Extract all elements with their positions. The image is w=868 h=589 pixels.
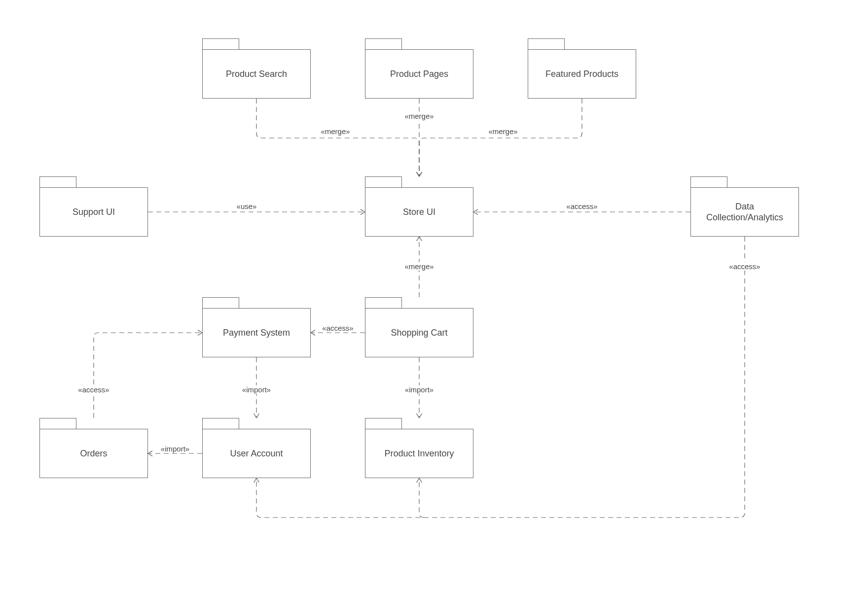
arrowhead-icon xyxy=(417,172,422,176)
arrowhead-icon xyxy=(417,414,422,418)
package-label: Product Inventory xyxy=(365,429,473,478)
package-tab-icon xyxy=(202,297,239,308)
package-analytics[interactable]: Data Collection/Analytics xyxy=(690,187,799,237)
edge-label: «merge» xyxy=(320,127,351,136)
package-tab-icon xyxy=(39,176,76,187)
edge-label: «import» xyxy=(160,445,190,453)
package-label: Data Collection/Analytics xyxy=(690,187,799,237)
edge-label: «merge» xyxy=(403,262,434,271)
package-cart[interactable]: Shopping Cart xyxy=(365,308,473,357)
package-label: Payment System xyxy=(202,308,311,357)
edge-e12 xyxy=(256,237,745,518)
package-tab-icon xyxy=(365,418,402,429)
package-label: User Account xyxy=(202,429,311,478)
edge-label: «use» xyxy=(236,202,258,210)
arrowhead-icon xyxy=(361,209,365,215)
package-orders[interactable]: Orders xyxy=(39,429,148,478)
package-user-account[interactable]: User Account xyxy=(202,429,311,478)
edge-label: «access» xyxy=(565,202,598,210)
edge-e1 xyxy=(256,99,419,176)
package-tab-icon xyxy=(365,176,402,187)
package-tab-icon xyxy=(365,297,402,308)
package-label: Product Search xyxy=(202,49,311,99)
package-featured[interactable]: Featured Products xyxy=(528,49,636,99)
edge-e3 xyxy=(419,99,582,176)
edge-label: «merge» xyxy=(403,112,434,120)
arrowhead-icon xyxy=(311,330,315,336)
arrowhead-icon xyxy=(148,451,152,456)
package-product-search[interactable]: Product Search xyxy=(202,49,311,99)
package-support-ui[interactable]: Support UI xyxy=(39,187,148,237)
package-tab-icon xyxy=(528,38,565,49)
package-label: Featured Products xyxy=(528,49,636,99)
package-label: Shopping Cart xyxy=(365,308,473,357)
package-payment[interactable]: Payment System xyxy=(202,308,311,357)
edge-label: «import» xyxy=(404,385,434,394)
edge-label: «access» xyxy=(728,262,761,271)
package-tab-icon xyxy=(202,38,239,49)
arrowhead-icon xyxy=(254,414,259,418)
package-store-ui[interactable]: Store UI xyxy=(365,187,473,237)
edge-label: «access» xyxy=(321,324,354,332)
diagram-canvas: Product Search Product Pages Featured Pr… xyxy=(0,0,868,589)
package-label: Store UI xyxy=(365,187,473,237)
arrowhead-icon xyxy=(198,330,202,336)
arrowhead-icon xyxy=(417,172,422,176)
edge-e13 xyxy=(419,478,424,518)
arrowhead-icon xyxy=(473,209,478,215)
edge-label: «access» xyxy=(77,385,110,394)
arrowhead-icon xyxy=(417,478,422,483)
package-label: Product Pages xyxy=(365,49,473,99)
edge-label: «import» xyxy=(241,385,272,394)
package-label: Orders xyxy=(39,429,148,478)
package-tab-icon xyxy=(365,38,402,49)
package-tab-icon xyxy=(202,418,239,429)
edge-label: «merge» xyxy=(487,127,518,136)
arrowhead-icon xyxy=(417,237,422,241)
package-tab-icon xyxy=(39,418,76,429)
arrowhead-icon xyxy=(254,478,259,483)
package-product-pages[interactable]: Product Pages xyxy=(365,49,473,99)
arrowhead-icon xyxy=(417,172,422,176)
package-label: Support UI xyxy=(39,187,148,237)
package-tab-icon xyxy=(690,176,727,187)
edge-e11 xyxy=(94,333,202,418)
package-inventory[interactable]: Product Inventory xyxy=(365,429,473,478)
